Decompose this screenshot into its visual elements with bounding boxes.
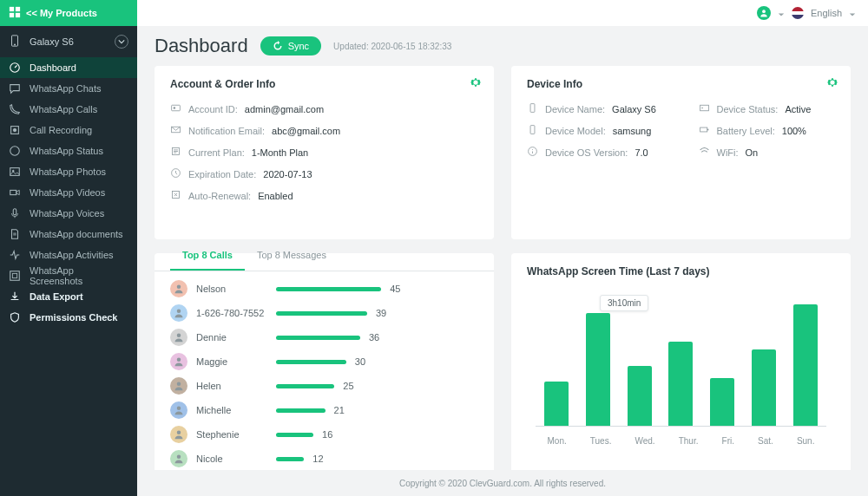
export-icon [9, 290, 21, 303]
info-label: Device Name: [545, 104, 605, 114]
avatar [170, 450, 187, 467]
language-selector[interactable]: English [811, 8, 842, 18]
gauge-icon [9, 62, 21, 74]
info-label: Device OS Version: [545, 147, 628, 158]
my-products-link[interactable]: << My Products [0, 0, 137, 26]
svg-rect-3 [16, 13, 20, 17]
call-row: 1-626-780-755239 [170, 304, 478, 322]
sidebar-item-whatsapp-voices[interactable]: WhatsApp Voices [0, 203, 137, 224]
svg-point-29 [177, 285, 181, 290]
sidebar-item-whatsapp-photos[interactable]: WhatsApp Photos [0, 161, 137, 182]
svg-rect-1 [16, 7, 20, 11]
call-value: 12 [312, 454, 323, 464]
chart-bar[interactable] [793, 304, 818, 427]
sidebar-item-whatsapp-chats[interactable]: WhatsApp Chats [0, 78, 137, 99]
call-name: Helen [196, 381, 267, 391]
device-selector[interactable]: Galaxy S6 [0, 26, 137, 57]
gear-icon[interactable] [826, 76, 838, 88]
my-products-label: << My Products [26, 8, 97, 18]
info-icon [527, 146, 538, 159]
screen-time-chart: 3h10min Mon.Tues.Wed.Thur.Fri.Sat.Sun. [527, 290, 835, 446]
refresh-icon [273, 41, 283, 51]
account-card-title: Account & Order Info [170, 78, 478, 90]
sidebar-item-whatsapp-calls[interactable]: WhatsApp Calls [0, 99, 137, 120]
avatar [170, 329, 187, 346]
info-value: Galaxy S6 [612, 104, 656, 114]
call-bar [276, 360, 346, 364]
chevron-down-icon [115, 35, 128, 49]
sync-button[interactable]: Sync [260, 36, 321, 55]
info-value: samsung [613, 126, 652, 136]
chart-x-label: Sun. [797, 436, 815, 446]
call-row: Nelson45 [170, 280, 478, 297]
chevron-down-icon [849, 10, 856, 16]
info-label: Device Status: [717, 104, 779, 114]
call-name: Dennie [196, 332, 267, 343]
device-name: Galaxy S6 [30, 36, 74, 47]
info-value: On [746, 147, 759, 158]
info-value: admin@gmail.com [245, 104, 324, 114]
sidebar-item-label: Data Export [30, 291, 83, 302]
call-row: Maggie30 [170, 353, 478, 370]
svg-point-35 [177, 431, 181, 435]
chart-bar[interactable] [752, 349, 776, 427]
sidebar-item-data-export[interactable]: Data Export [0, 286, 137, 307]
svg-rect-23 [530, 126, 535, 134]
chart-axis [536, 426, 826, 427]
activity-icon [9, 249, 21, 261]
info-row: Expiration Date: 2020-07-13 [170, 167, 478, 180]
top-calls-card: Top 8 Calls Top 8 Messages Nelson451-626… [155, 253, 494, 490]
tab-top-calls[interactable]: Top 8 Calls [170, 241, 245, 271]
account-menu[interactable] [757, 6, 771, 20]
info-value: Enabled [258, 191, 293, 201]
avatar [170, 280, 187, 297]
sidebar-item-call-recording[interactable]: Call Recording [0, 120, 137, 140]
chart-x-label: Wed. [635, 436, 654, 446]
chart-x-label: Thur. [679, 436, 699, 446]
sidebar-item-whatsapp-documents[interactable]: WhatsApp documents [0, 224, 137, 245]
sidebar-item-label: WhatsApp Status [30, 146, 103, 156]
gear-icon[interactable] [470, 76, 482, 88]
chart-bar[interactable] [668, 342, 693, 427]
svg-rect-28 [707, 129, 708, 131]
sidebar-item-label: WhatsApp Photos [30, 166, 106, 177]
avatar [170, 401, 187, 419]
sidebar-item-whatsapp-activities[interactable]: WhatsApp Activities [0, 245, 137, 265]
svg-point-31 [177, 334, 181, 338]
sidebar-item-whatsapp-videos[interactable]: WhatsApp Videos [0, 182, 137, 203]
sidebar-item-whatsapp-screenshots[interactable]: WhatsApp Screenshots [0, 265, 137, 286]
chart-bar[interactable] [544, 382, 569, 427]
sidebar-item-label: WhatsApp Calls [30, 104, 97, 114]
sidebar-item-whatsapp-status[interactable]: WhatsApp Status [0, 140, 137, 161]
call-bar [276, 433, 313, 437]
updated-timestamp: Updated: 2020-06-15 18:32:33 [333, 42, 451, 51]
svg-point-32 [177, 358, 181, 362]
svg-point-5 [14, 43, 16, 45]
call-name: Michelle [196, 405, 267, 415]
sidebar-item-dashboard[interactable]: Dashboard [0, 57, 137, 78]
svg-point-15 [762, 10, 766, 13]
call-value: 36 [369, 332, 379, 343]
sidebar-item-label: Call Recording [30, 125, 92, 135]
topbar: English [137, 0, 868, 26]
chart-x-label: Mon. [548, 436, 567, 446]
info-label: Current Plan: [188, 147, 245, 158]
chart-bar[interactable] [710, 378, 734, 427]
wifi-icon [699, 146, 710, 159]
info-row: Notification Email: abc@gmail.com [170, 124, 478, 137]
device-card-title: Device Info [527, 78, 835, 90]
svg-point-17 [174, 107, 175, 108]
sidebar-item-permissions-check[interactable]: Permissions Check [0, 307, 137, 328]
chart-bar[interactable] [628, 366, 652, 427]
call-bar [276, 311, 367, 316]
sidebar-item-label: WhatsApp documents [30, 229, 123, 239]
chart-bar[interactable] [586, 313, 610, 427]
screen-time-title: WhatsApp Screen Time (Last 7 days) [527, 265, 835, 277]
tab-top-messages[interactable]: Top 8 Messages [245, 241, 339, 271]
svg-rect-27 [700, 127, 707, 132]
photo-icon [9, 166, 21, 178]
plan-icon [170, 146, 181, 159]
svg-rect-12 [13, 209, 16, 215]
info-label: Account ID: [188, 104, 238, 114]
info-label: Battery Level: [717, 126, 775, 136]
